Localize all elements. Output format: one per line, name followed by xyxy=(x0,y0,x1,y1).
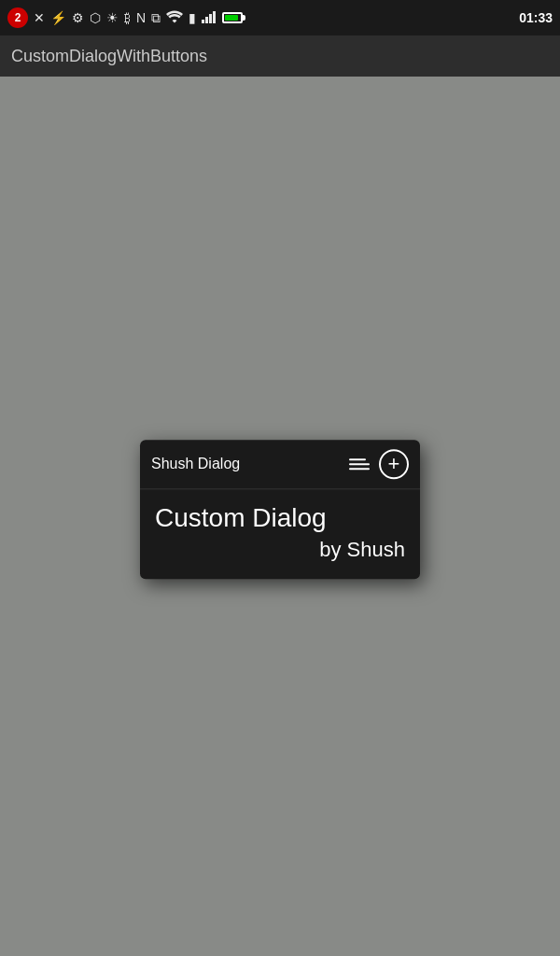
sim-icon: ▮ xyxy=(189,10,196,25)
layers-icon: ⧉ xyxy=(151,10,161,26)
status-bar-left: 2 ✕ ⚡ ⚙ ⬡ ☀ ₿ N ⧉ ▮ xyxy=(7,7,243,28)
wifi-icon xyxy=(166,10,183,26)
android-icon: ⚙ xyxy=(72,10,84,25)
menu-icon[interactable] xyxy=(349,458,370,470)
main-content: Shush Dialog + Custom Dialog by Shush xyxy=(0,77,560,956)
dialog-sub-text: by Shush xyxy=(155,538,405,562)
dialog-header-icons: + xyxy=(349,449,409,479)
add-button[interactable]: + xyxy=(379,449,409,479)
dialog-header: Shush Dialog + xyxy=(140,440,420,489)
title-bar: CustomDialogWithButtons xyxy=(0,35,560,77)
svg-rect-3 xyxy=(213,11,216,23)
usb-icon: ⚡ xyxy=(50,10,66,25)
dialog-body: Custom Dialog by Shush xyxy=(140,489,420,579)
dialog-main-text: Custom Dialog xyxy=(155,502,405,534)
battery-icon xyxy=(222,12,243,23)
svg-rect-1 xyxy=(205,17,208,23)
status-bar: 2 ✕ ⚡ ⚙ ⬡ ☀ ₿ N ⧉ ▮ xyxy=(0,0,560,35)
svg-rect-2 xyxy=(209,14,212,23)
app-title: CustomDialogWithButtons xyxy=(11,47,207,66)
time-display: 01:33 xyxy=(519,10,553,25)
notification-badge: 2 xyxy=(7,7,28,28)
brightness-icon: ☀ xyxy=(106,10,119,25)
network-icon: N xyxy=(136,10,146,25)
signal-icon xyxy=(202,10,217,26)
shape-icon: ⬡ xyxy=(90,10,101,25)
status-bar-right: 01:33 xyxy=(519,10,553,25)
bluetooth-icon: ₿ xyxy=(124,10,131,25)
dialog-title: Shush Dialog xyxy=(151,456,240,472)
close-icon: ✕ xyxy=(34,10,45,25)
custom-dialog: Shush Dialog + Custom Dialog by Shush xyxy=(140,440,420,579)
svg-rect-0 xyxy=(202,20,204,23)
